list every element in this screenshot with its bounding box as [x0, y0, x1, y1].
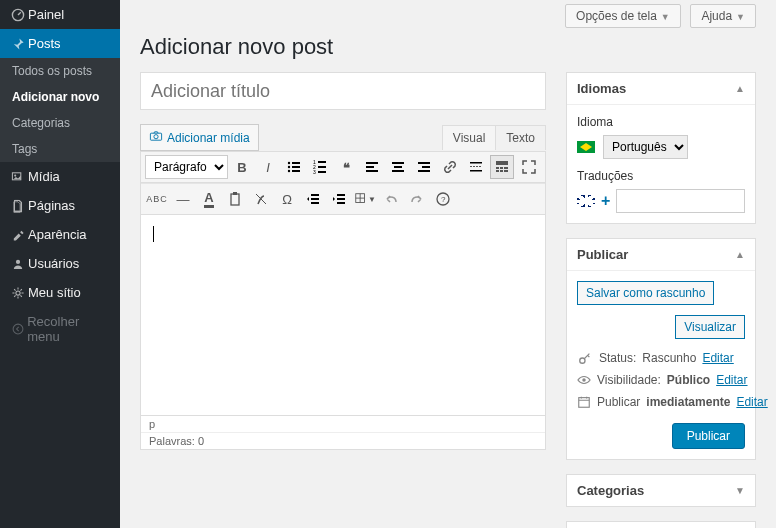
bullet-list-button[interactable]	[282, 155, 306, 179]
sidebar-item-pages[interactable]: Páginas	[0, 191, 120, 220]
sidebar-label: Mídia	[28, 169, 60, 184]
tab-text[interactable]: Texto	[496, 126, 545, 150]
editor-canvas[interactable]	[141, 215, 545, 415]
publish-button[interactable]: Publicar	[672, 423, 745, 449]
special-char-button[interactable]: Ω	[275, 187, 299, 211]
paste-text-button[interactable]	[223, 187, 247, 211]
languages-heading[interactable]: Idiomas ▲	[567, 73, 755, 105]
add-media-button[interactable]: Adicionar mídia	[140, 124, 259, 151]
submenu-add-new[interactable]: Adicionar novo	[0, 84, 120, 110]
sidebar-label: Usuários	[28, 256, 79, 271]
sidebar-item-dashboard[interactable]: Painel	[0, 0, 120, 29]
add-translation-button[interactable]: +	[601, 192, 610, 210]
preview-button[interactable]: Visualizar	[675, 315, 745, 339]
settings-icon	[8, 286, 28, 300]
hr-button[interactable]: —	[171, 187, 195, 211]
eye-icon	[577, 373, 591, 387]
svg-rect-19	[318, 171, 326, 173]
key-icon	[577, 351, 593, 365]
users-icon	[8, 257, 28, 271]
submenu-tags[interactable]: Tags	[0, 136, 120, 162]
publish-heading[interactable]: Publicar ▲	[567, 239, 755, 271]
svg-rect-32	[496, 167, 499, 169]
submenu-categories[interactable]: Categorias	[0, 110, 120, 136]
visibility-label: Visibilidade:	[597, 373, 661, 387]
visibility-value: Público	[667, 373, 710, 387]
clear-formatting-button[interactable]	[249, 187, 273, 211]
edit-status-link[interactable]: Editar	[702, 351, 733, 365]
translations-label: Traduções	[577, 169, 745, 183]
help-button[interactable]: Ajuda▼	[690, 4, 756, 28]
bold-button[interactable]: B	[230, 155, 254, 179]
sidebar-item-appearance[interactable]: Aparência	[0, 220, 120, 249]
align-left-button[interactable]	[360, 155, 384, 179]
svg-rect-11	[292, 162, 300, 164]
page-title: Adicionar novo post	[140, 34, 756, 60]
blockquote-button[interactable]: ❝	[334, 155, 358, 179]
indent-button[interactable]	[327, 187, 351, 211]
svg-rect-28	[418, 170, 430, 172]
svg-rect-41	[311, 198, 319, 200]
page-icon	[8, 199, 28, 213]
sidebar-item-media[interactable]: Mídia	[0, 162, 120, 191]
svg-rect-22	[366, 170, 378, 172]
italic-button[interactable]: I	[256, 155, 280, 179]
svg-rect-33	[500, 167, 503, 169]
svg-point-4	[16, 290, 20, 294]
numbered-list-button[interactable]: 123	[308, 155, 332, 179]
align-right-button[interactable]	[412, 155, 436, 179]
svg-rect-42	[311, 202, 319, 204]
align-center-button[interactable]	[386, 155, 410, 179]
status-value: Rascunho	[642, 351, 696, 365]
svg-rect-23	[392, 162, 404, 164]
chevron-down-icon: ▼	[661, 12, 670, 22]
svg-rect-39	[233, 192, 237, 195]
text-color-button[interactable]: A	[197, 187, 221, 211]
sidebar-label: Posts	[28, 36, 61, 51]
fullscreen-button[interactable]	[517, 155, 541, 179]
undo-button[interactable]	[379, 187, 403, 211]
language-select[interactable]: Português	[603, 135, 688, 159]
edit-schedule-link[interactable]: Editar	[736, 395, 767, 409]
media-icon	[8, 170, 28, 184]
sidebar-label: Meu sítio	[28, 285, 81, 300]
format-select[interactable]: Parágrafo	[145, 155, 228, 179]
flag-brazil-icon	[577, 141, 595, 153]
sidebar-label: Páginas	[28, 198, 75, 213]
editor-statusbar: p Palavras: 0	[141, 415, 545, 449]
redo-button[interactable]	[405, 187, 429, 211]
sidebar-item-posts[interactable]: Posts	[0, 29, 120, 58]
strikethrough-button[interactable]: ABC	[145, 187, 169, 211]
schedule-label: Publicar	[597, 395, 640, 409]
save-draft-button[interactable]: Salvar como rascunho	[577, 281, 714, 305]
post-title-input[interactable]	[140, 72, 546, 110]
sidebar-item-collapse[interactable]: Recolher menu	[0, 307, 120, 351]
svg-rect-35	[496, 170, 499, 172]
editor: Parágrafo B I 123 ❝	[140, 151, 546, 450]
toolbar-toggle-button[interactable]	[490, 155, 514, 179]
svg-point-5	[13, 324, 23, 334]
help-icon-button[interactable]: ?	[431, 187, 455, 211]
outdent-button[interactable]	[301, 187, 325, 211]
sidebar-item-settings[interactable]: Meu sítio	[0, 278, 120, 307]
chevron-up-icon: ▲	[735, 83, 745, 94]
categories-heading[interactable]: Categorias ▼	[567, 475, 755, 506]
table-button[interactable]: ▼	[353, 187, 377, 211]
tags-heading[interactable]: Tags ▼	[567, 522, 755, 528]
submenu-all-posts[interactable]: Todos os posts	[0, 58, 120, 84]
link-button[interactable]	[438, 155, 462, 179]
sidebar-label: Recolher menu	[27, 314, 112, 344]
svg-rect-17	[318, 161, 326, 163]
svg-rect-44	[337, 198, 345, 200]
tab-visual[interactable]: Visual	[443, 126, 496, 150]
svg-point-8	[288, 162, 290, 164]
svg-rect-29	[470, 162, 482, 164]
svg-rect-20	[366, 162, 378, 164]
screen-options-button[interactable]: Opções de tela▼	[565, 4, 681, 28]
more-button[interactable]	[464, 155, 488, 179]
admin-sidebar: Painel Posts Todos os posts Adicionar no…	[0, 0, 120, 528]
sidebar-item-users[interactable]: Usuários	[0, 249, 120, 278]
edit-visibility-link[interactable]: Editar	[716, 373, 747, 387]
translation-input[interactable]	[616, 189, 745, 213]
word-count: Palavras: 0	[141, 433, 545, 449]
